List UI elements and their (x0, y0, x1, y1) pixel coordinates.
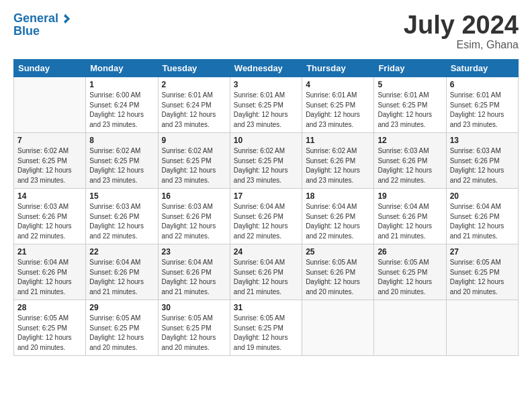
calendar-cell: 2Sunrise: 6:01 AMSunset: 6:24 PMDaylight… (158, 77, 230, 133)
day-number: 16 (162, 191, 226, 201)
logo-blue: Blue (13, 24, 71, 38)
day-number: 3 (234, 80, 298, 89)
column-header-tuesday: Tuesday (158, 60, 230, 77)
calendar-cell (302, 300, 374, 356)
day-number: 27 (450, 247, 515, 257)
column-header-sunday: Sunday (14, 60, 86, 77)
calendar-cell: 11Sunrise: 6:02 AMSunset: 6:26 PMDayligh… (302, 133, 374, 189)
day-info: Sunrise: 6:01 AMSunset: 6:24 PMDaylight:… (162, 91, 226, 130)
day-number: 23 (162, 247, 226, 257)
day-info: Sunrise: 6:03 AMSunset: 6:26 PMDaylight:… (162, 202, 226, 241)
day-number: 2 (162, 80, 226, 89)
calendar-cell: 23Sunrise: 6:04 AMSunset: 6:26 PMDayligh… (158, 244, 230, 300)
day-number: 14 (17, 191, 82, 201)
day-number: 1 (89, 80, 154, 89)
calendar-cell: 14Sunrise: 6:03 AMSunset: 6:26 PMDayligh… (14, 189, 86, 244)
day-info: Sunrise: 6:03 AMSunset: 6:26 PMDaylight:… (378, 146, 442, 185)
calendar-cell: 18Sunrise: 6:04 AMSunset: 6:26 PMDayligh… (302, 189, 374, 244)
day-info: Sunrise: 6:02 AMSunset: 6:25 PMDaylight:… (234, 146, 298, 185)
day-info: Sunrise: 6:04 AMSunset: 6:26 PMDaylight:… (450, 202, 515, 241)
day-info: Sunrise: 6:02 AMSunset: 6:26 PMDaylight:… (306, 146, 370, 185)
calendar-cell: 20Sunrise: 6:04 AMSunset: 6:26 PMDayligh… (446, 189, 518, 244)
week-row-4: 21Sunrise: 6:04 AMSunset: 6:26 PMDayligh… (14, 244, 519, 300)
day-info: Sunrise: 6:04 AMSunset: 6:26 PMDaylight:… (17, 258, 82, 297)
day-info: Sunrise: 6:01 AMSunset: 6:25 PMDaylight:… (378, 91, 442, 130)
calendar-cell: 26Sunrise: 6:05 AMSunset: 6:25 PMDayligh… (374, 244, 446, 300)
logo-icon (59, 13, 71, 25)
day-info: Sunrise: 6:05 AMSunset: 6:26 PMDaylight:… (306, 258, 370, 297)
calendar-cell: 12Sunrise: 6:03 AMSunset: 6:26 PMDayligh… (374, 133, 446, 189)
calendar-cell: 25Sunrise: 6:05 AMSunset: 6:26 PMDayligh… (302, 244, 374, 300)
day-info: Sunrise: 6:02 AMSunset: 6:25 PMDaylight:… (17, 146, 82, 185)
day-number: 20 (450, 191, 515, 201)
column-header-friday: Friday (374, 60, 446, 77)
day-number: 11 (306, 136, 370, 145)
day-number: 8 (89, 136, 154, 145)
calendar-cell: 30Sunrise: 6:05 AMSunset: 6:25 PMDayligh… (158, 300, 230, 356)
day-info: Sunrise: 6:04 AMSunset: 6:26 PMDaylight:… (89, 258, 154, 297)
day-info: Sunrise: 6:03 AMSunset: 6:26 PMDaylight:… (450, 146, 515, 185)
day-number: 7 (17, 136, 82, 145)
day-info: Sunrise: 6:05 AMSunset: 6:25 PMDaylight:… (89, 314, 154, 353)
calendar-cell: 27Sunrise: 6:05 AMSunset: 6:25 PMDayligh… (446, 244, 518, 300)
calendar-container: General Blue July 2024 Esim, Ghana Sunda… (0, 0, 532, 363)
day-info: Sunrise: 6:05 AMSunset: 6:25 PMDaylight:… (17, 314, 82, 353)
day-number: 24 (234, 247, 298, 257)
calendar-cell: 22Sunrise: 6:04 AMSunset: 6:26 PMDayligh… (86, 244, 158, 300)
day-number: 13 (450, 136, 515, 145)
week-row-1: 1Sunrise: 6:00 AMSunset: 6:24 PMDaylight… (14, 77, 519, 133)
week-row-3: 14Sunrise: 6:03 AMSunset: 6:26 PMDayligh… (14, 189, 519, 244)
calendar-cell: 9Sunrise: 6:02 AMSunset: 6:25 PMDaylight… (158, 133, 230, 189)
day-info: Sunrise: 6:04 AMSunset: 6:26 PMDaylight:… (234, 202, 298, 241)
day-info: Sunrise: 6:05 AMSunset: 6:25 PMDaylight:… (378, 258, 442, 297)
day-info: Sunrise: 6:04 AMSunset: 6:26 PMDaylight:… (306, 202, 370, 241)
day-info: Sunrise: 6:01 AMSunset: 6:25 PMDaylight:… (306, 91, 370, 130)
calendar-cell: 31Sunrise: 6:05 AMSunset: 6:25 PMDayligh… (230, 300, 302, 356)
calendar-cell: 17Sunrise: 6:04 AMSunset: 6:26 PMDayligh… (230, 189, 302, 244)
day-number: 22 (89, 247, 154, 257)
calendar-cell: 8Sunrise: 6:02 AMSunset: 6:25 PMDaylight… (86, 133, 158, 189)
calendar-cell: 19Sunrise: 6:04 AMSunset: 6:26 PMDayligh… (374, 189, 446, 244)
header-row: SundayMondayTuesdayWednesdayThursdayFrid… (14, 60, 519, 77)
day-number: 6 (450, 80, 515, 89)
week-row-5: 28Sunrise: 6:05 AMSunset: 6:25 PMDayligh… (14, 300, 519, 356)
day-info: Sunrise: 6:04 AMSunset: 6:26 PMDaylight:… (378, 202, 442, 241)
day-info: Sunrise: 6:01 AMSunset: 6:25 PMDaylight:… (450, 91, 515, 130)
calendar-cell: 3Sunrise: 6:01 AMSunset: 6:25 PMDaylight… (230, 77, 302, 133)
location: Esim, Ghana (404, 39, 519, 51)
calendar-cell: 16Sunrise: 6:03 AMSunset: 6:26 PMDayligh… (158, 189, 230, 244)
day-number: 26 (378, 247, 442, 257)
day-info: Sunrise: 6:03 AMSunset: 6:26 PMDaylight:… (17, 202, 82, 241)
column-header-wednesday: Wednesday (230, 60, 302, 77)
header: General Blue July 2024 Esim, Ghana (13, 12, 519, 51)
day-number: 5 (378, 80, 442, 89)
calendar-cell: 15Sunrise: 6:03 AMSunset: 6:26 PMDayligh… (86, 189, 158, 244)
column-header-monday: Monday (86, 60, 158, 77)
calendar-table: SundayMondayTuesdayWednesdayThursdayFrid… (13, 59, 519, 356)
day-info: Sunrise: 6:01 AMSunset: 6:25 PMDaylight:… (234, 91, 298, 130)
title-section: July 2024 Esim, Ghana (404, 12, 519, 51)
calendar-cell: 1Sunrise: 6:00 AMSunset: 6:24 PMDaylight… (86, 77, 158, 133)
calendar-cell: 24Sunrise: 6:04 AMSunset: 6:26 PMDayligh… (230, 244, 302, 300)
day-info: Sunrise: 6:05 AMSunset: 6:25 PMDaylight:… (234, 314, 298, 353)
day-number: 10 (234, 136, 298, 145)
calendar-cell: 28Sunrise: 6:05 AMSunset: 6:25 PMDayligh… (14, 300, 86, 356)
calendar-cell: 7Sunrise: 6:02 AMSunset: 6:25 PMDaylight… (14, 133, 86, 189)
calendar-cell: 5Sunrise: 6:01 AMSunset: 6:25 PMDaylight… (374, 77, 446, 133)
day-info: Sunrise: 6:04 AMSunset: 6:26 PMDaylight:… (234, 258, 298, 297)
day-number: 15 (89, 191, 154, 201)
calendar-cell: 21Sunrise: 6:04 AMSunset: 6:26 PMDayligh… (14, 244, 86, 300)
calendar-cell: 10Sunrise: 6:02 AMSunset: 6:25 PMDayligh… (230, 133, 302, 189)
day-number: 21 (17, 247, 82, 257)
calendar-cell: 4Sunrise: 6:01 AMSunset: 6:25 PMDaylight… (302, 77, 374, 133)
calendar-cell: 13Sunrise: 6:03 AMSunset: 6:26 PMDayligh… (446, 133, 518, 189)
calendar-cell (14, 77, 86, 133)
day-number: 31 (234, 303, 298, 312)
day-info: Sunrise: 6:02 AMSunset: 6:25 PMDaylight:… (162, 146, 226, 185)
day-info: Sunrise: 6:05 AMSunset: 6:25 PMDaylight:… (450, 258, 515, 297)
calendar-cell: 6Sunrise: 6:01 AMSunset: 6:25 PMDaylight… (446, 77, 518, 133)
month-year: July 2024 (404, 12, 519, 38)
day-number: 19 (378, 191, 442, 201)
column-header-saturday: Saturday (446, 60, 518, 77)
day-number: 17 (234, 191, 298, 201)
